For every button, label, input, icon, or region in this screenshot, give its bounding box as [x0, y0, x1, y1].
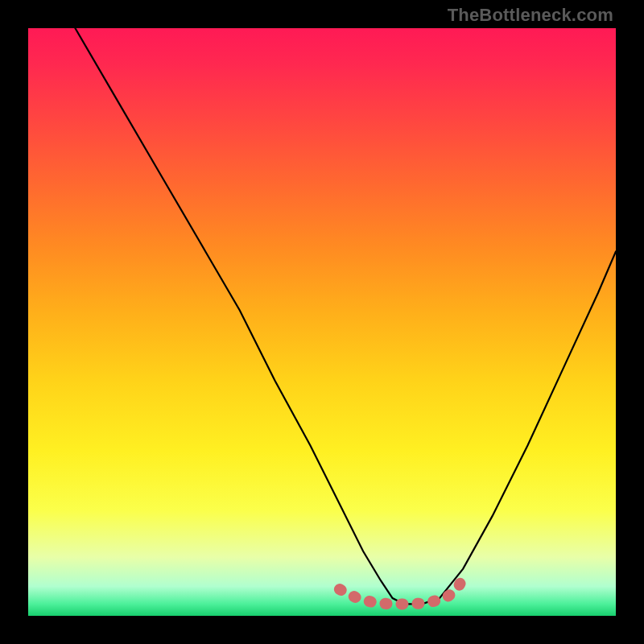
chart-svg [28, 28, 616, 616]
chart-frame: TheBottleneck.com [0, 0, 644, 644]
curve-line [75, 28, 616, 604]
watermark-text: TheBottleneck.com [448, 5, 613, 26]
plot-area [28, 28, 616, 616]
